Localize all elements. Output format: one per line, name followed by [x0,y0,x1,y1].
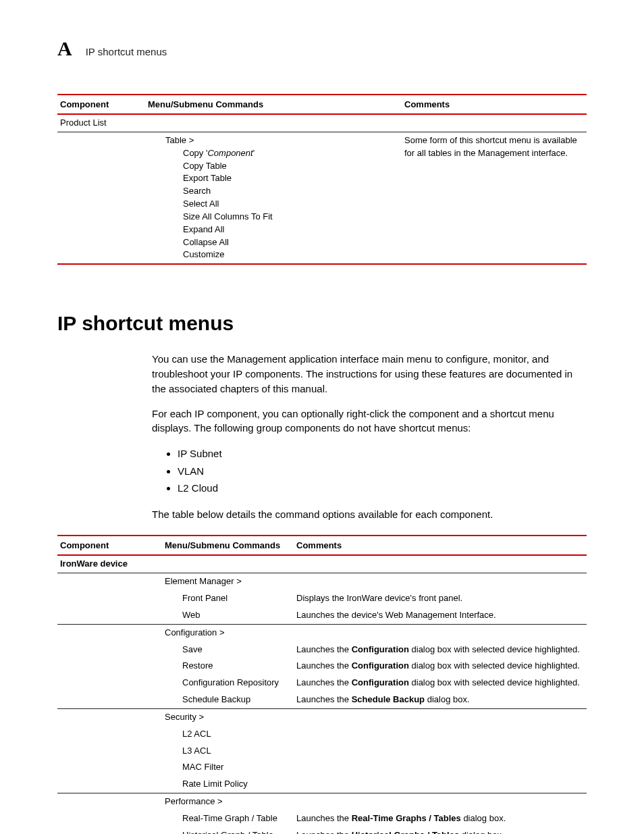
table-row: MAC Filter [57,759,587,776]
menu-item: Real-Time Graph / Table [165,812,291,825]
table-row: Element Manager > [57,573,587,590]
menu-item: Copy 'Component' [148,147,399,160]
comments-cell: Launches the Configuration dialog box wi… [294,675,587,692]
col-header-component: Component [57,536,162,555]
menu-item: Export Table [148,172,399,185]
table-product-list: Component Menu/Submenu Commands Comments… [57,94,587,265]
menu-parent: Configuration > [162,624,294,641]
menu-item: Web [165,609,291,622]
comments-cell: Launches the Configuration dialog box wi… [294,642,587,658]
menu-item: Restore [165,660,291,673]
menu-item: L3 ACL [165,745,291,758]
appendix-letter: A [57,37,72,60]
table-row: Table > Copy 'Component' Copy Table Expo… [57,132,587,263]
table-row: Security > [57,708,587,725]
list-item: VLAN [178,463,587,480]
menu-item-italic: Component [207,148,252,158]
menu-item: Search [148,185,399,198]
table-header-row: Component Menu/Submenu Commands Comments [57,95,587,114]
section-heading: IP shortcut menus [57,312,587,335]
table-row: Product List [57,114,587,132]
page-container: A IP shortcut menus Component Menu/Subme… [0,0,644,834]
list-item: IP Subnet [178,445,587,463]
col-header-component: Component [57,95,145,114]
table-row: Configuration > [57,624,587,641]
menu-parent: Element Manager > [162,573,294,590]
body-paragraph: You can use the Management application i… [152,352,587,396]
body-paragraph: The table below details the command opti… [152,507,587,522]
menu-item: Configuration Repository [165,677,291,689]
table-row: Rate Limit Policy [57,776,587,793]
table-row: Configuration Repository Launches the Co… [57,675,587,692]
menu-item: Schedule Backup [165,694,291,706]
table-row: Historical Graph / Table Launches the Hi… [57,827,587,834]
table-row: L2 ACL [57,726,587,743]
table-row: Real-Time Graph / Table Launches the Rea… [57,810,587,827]
menu-item: Select All [148,198,399,211]
table-row: Front Panel Displays the IronWare device… [57,590,587,607]
menu-item: Rate Limit Policy [165,778,291,791]
menu-cell: Table > Copy 'Component' Copy Table Expo… [145,132,402,263]
component-cell: Product List [57,114,145,132]
table-row: Performance > [57,793,587,810]
menu-item: Save [165,644,291,656]
menu-parent: Table > [148,134,399,147]
page-header: A IP shortcut menus [57,37,587,60]
menu-item: MAC Filter [165,761,291,774]
comments-cell: Launches the Real-Time Graphs / Tables d… [294,810,587,827]
menu-item: Copy Table [148,160,399,173]
body-paragraph: For each IP component, you can optionall… [152,407,587,436]
comments-cell: Launches the Historical Graphs / Tables … [294,827,587,834]
header-title: IP shortcut menus [86,46,167,57]
table-row: Schedule Backup Launches the Schedule Ba… [57,692,587,708]
comments-cell: Launches the Configuration dialog box wi… [294,658,587,675]
menu-parent: Performance > [162,793,294,810]
col-header-menu: Menu/Submenu Commands [162,536,294,555]
comments-cell: Launches the device's Web Management Int… [294,607,587,624]
comments-cell: Launches the Schedule Backup dialog box. [294,692,587,708]
comments-cell: Displays the IronWare device's front pan… [294,590,587,607]
menu-item: L2 ACL [165,728,291,741]
table-row: L3 ACL [57,743,587,760]
menu-item: Expand All [148,224,399,236]
menu-item: Size All Columns To Fit [148,211,399,224]
list-item: L2 Cloud [178,479,587,497]
table-row: Restore Launches the Configuration dialo… [57,658,587,675]
menu-item: Historical Graph / Table [165,829,291,834]
table-header-row: Component Menu/Submenu Commands Comments [57,536,587,555]
comments-cell: Some form of this shortcut menu is avail… [402,132,587,263]
menu-item: Customize [148,249,399,261]
col-header-menu: Menu/Submenu Commands [145,95,402,114]
table-ironware: Component Menu/Submenu Commands Comments… [57,535,587,834]
table-row: Web Launches the device's Web Management… [57,607,587,624]
table-row: IronWare device [57,555,587,573]
menu-item: Collapse All [148,236,399,249]
component-cell: IronWare device [57,555,162,573]
table-row: Save Launches the Configuration dialog b… [57,642,587,658]
menu-parent: Security > [162,708,294,725]
col-header-comments: Comments [402,95,587,114]
menu-item: Front Panel [165,592,291,605]
col-header-comments: Comments [294,536,587,555]
bullet-list: IP Subnet VLAN L2 Cloud [152,445,587,497]
